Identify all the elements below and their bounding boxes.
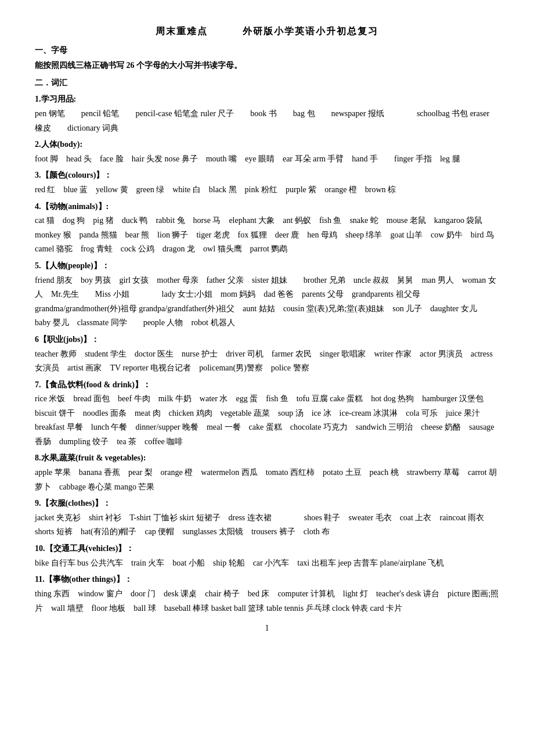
sub-section-food: 7.【食品,饮料(food & drink)】： rice 米饭 bread 面… — [35, 378, 499, 449]
sub-section-jobs: 6【职业(jobs)】： teacher 教师 student 学生 docto… — [35, 333, 499, 376]
section-yizimu: 一、字母 能按照四线三格正确书写 26 个字母的大小写并书读字母。 — [35, 44, 499, 73]
sub7-content: rice 米饭 bread 面包 beef 牛肉 milk 牛奶 water 水… — [35, 392, 499, 449]
sub-section-renti: 2.人体(body): foot 脚 head 头 face 脸 hair 头发… — [35, 138, 499, 166]
sub6-content: teacher 教师 student 学生 doctor 医生 nurse 护士… — [35, 347, 499, 376]
sub6-header: 6【职业(jobs)】： — [35, 333, 499, 347]
sub7-header: 7.【食品,饮料(food & drink)】： — [35, 378, 499, 392]
sub4-header: 4.【动物(animals)】: — [35, 200, 499, 214]
sub11-content: thing 东西 window 窗户 door 门 desk 课桌 chair … — [35, 587, 499, 615]
sub2-header: 2.人体(body): — [35, 138, 499, 152]
sub1-content: pen 钢笔 pencil 铅笔 pencil-case 铅笔盒 ruler 尺… — [35, 107, 499, 135]
sub-section-people: 5.【人物(people)】： friend 朋友 boy 男孩 girl 女孩… — [35, 259, 499, 330]
sub2-content: foot 脚 head 头 face 脸 hair 头发 nose 鼻子 mou… — [35, 152, 499, 167]
sub-section-yanse: 3.【颜色(colours)】： red 红 blue 蓝 yellow 黄 g… — [35, 168, 499, 197]
sub-section-vehicles: 10.【交通工具(vehicles)】： bike 自行车 bus 公共汽车 t… — [35, 542, 499, 570]
sub9-content: jacket 夹克衫 shirt 衬衫 T-shirt 丁恤衫 skirt 短裙… — [35, 511, 499, 539]
sub9-header: 9.【衣服(clothes)】： — [35, 496, 499, 510]
page-number: 1 — [35, 621, 499, 635]
sub-section-clothes: 9.【衣服(clothes)】： jacket 夹克衫 shirt 衬衫 T-s… — [35, 496, 499, 539]
sub5-header: 5.【人物(people)】： — [35, 259, 499, 273]
sub-section-xueyong: 1.学习用品: pen 钢笔 pencil 铅笔 pencil-case 铅笔盒… — [35, 92, 499, 135]
sub-section-things: 11.【事物(other things)】： thing 东西 window 窗… — [35, 573, 499, 615]
section1-header: 一、字母 — [35, 44, 499, 57]
sub11-header: 11.【事物(other things)】： — [35, 573, 499, 586]
sub8-header: 8.水果,蔬菜(fruit & vegetables): — [35, 451, 499, 465]
sub-section-fruit: 8.水果,蔬菜(fruit & vegetables): apple 苹果 ba… — [35, 451, 499, 494]
section-cihui: 二．词汇 — [35, 76, 499, 90]
section2-header: 二．词汇 — [35, 76, 499, 90]
sub4-content: cat 猫 dog 狗 pig 猪 duck 鸭 rabbit 兔 horse … — [35, 214, 499, 257]
sub10-content: bike 自行车 bus 公共汽车 train 火车 boat 小船 ship … — [35, 556, 499, 571]
sub1-header: 1.学习用品: — [35, 92, 499, 106]
sub5-content: friend 朋友 boy 男孩 girl 女孩 mother 母亲 fathe… — [35, 273, 499, 330]
section1-content: 能按照四线三格正确书写 26 个字母的大小写并书读字母。 — [35, 59, 499, 73]
sub10-header: 10.【交通工具(vehicles)】： — [35, 542, 499, 556]
sub3-content: red 红 blue 蓝 yellow 黄 green 绿 white 白 bl… — [35, 183, 499, 197]
sub8-content: apple 苹果 banana 香蕉 pear 梨 orange 橙 water… — [35, 466, 499, 494]
page-title: 周末重难点 外研版小学英语小升初总复习 — [35, 23, 499, 39]
sub-section-dongwu: 4.【动物(animals)】: cat 猫 dog 狗 pig 猪 duck … — [35, 200, 499, 257]
sub3-header: 3.【颜色(colours)】： — [35, 168, 499, 182]
